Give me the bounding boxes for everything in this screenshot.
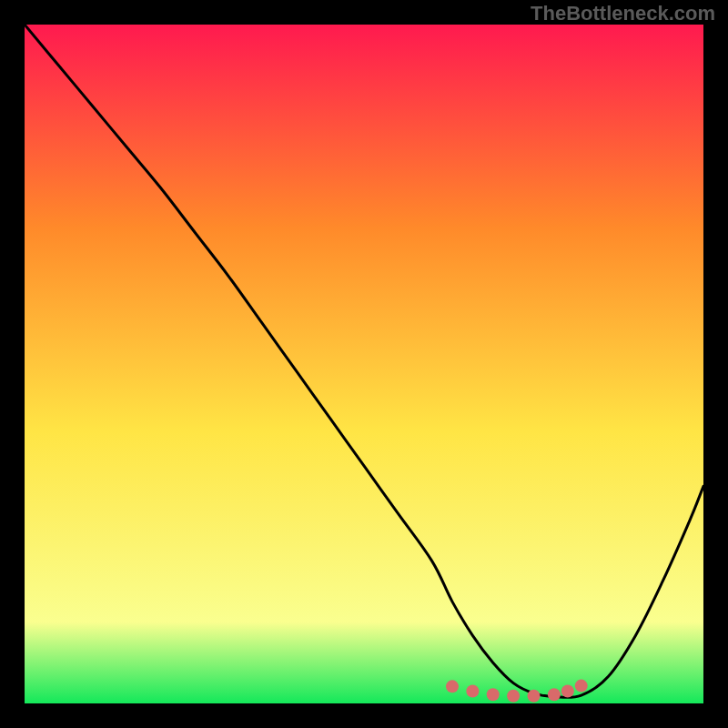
marker-dot [575, 680, 588, 693]
marker-dot [528, 690, 541, 703]
marker-dot [548, 688, 561, 701]
marker-dot [561, 685, 574, 698]
marker-dot [507, 690, 520, 703]
chart-area [25, 25, 703, 703]
marker-dot [446, 680, 459, 693]
background-gradient [25, 25, 703, 703]
marker-dot [487, 688, 500, 701]
marker-dot [466, 685, 479, 698]
watermark-text: TheBottleneck.com [531, 2, 715, 25]
chart-svg [25, 25, 703, 703]
